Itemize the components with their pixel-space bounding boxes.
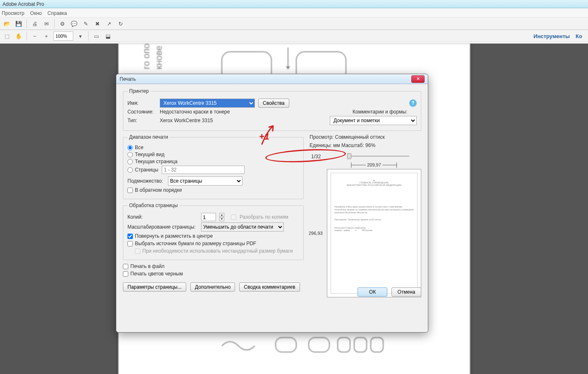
menu-view[interactable]: Просмотр [2,10,24,16]
svg-rect-2 [276,338,296,352]
preview-header: Просмотр: Совмещенный оттиск [310,134,421,140]
scale-select[interactable]: Уменьшить до области печати [201,222,284,232]
zoom-out-icon[interactable]: − [30,31,39,41]
tools-panel[interactable]: Инструменты [533,33,570,39]
print-dialog: Печать ✕ Принтер Имя: Xerox WorkCentre 3… [116,74,428,333]
print-icon[interactable]: 🖨 [30,19,39,28]
preview-page: ▲ГЛАВНОЕ УПРАВЛЕНИЕМИНИСТЕРСТВА РОССИЙСК… [327,169,421,297]
page-counter: 1/32 [311,154,321,159]
comments-panel[interactable]: Ко [576,33,582,39]
range-fieldset: Диапазон печати Все Текущий вид Текущая … [123,134,304,199]
fitwidth-icon[interactable]: ⬓ [103,31,113,41]
preview-units: Единицы: мм Масштаб: 96% [310,142,421,148]
tofile-checkbox[interactable] [123,264,128,269]
state-label: Состояние: [127,109,156,115]
zoom-dropdown-icon[interactable]: ▾ [76,31,85,41]
advanced-button[interactable]: Дополнительно [190,282,235,292]
radio-pages-label: Страницы [135,167,160,173]
range-legend: Диапазон печати [127,134,170,140]
titlebar: Adobe Acrobat Pro [0,0,588,8]
fitpage-icon[interactable]: ▭ [92,31,101,41]
radio-page-label: Текущая страница [135,159,178,164]
handling-fieldset: Обработка страницы Копий: ▲▼ Разобрать п… [123,203,304,260]
delete-icon[interactable]: ✖ [93,19,102,28]
page-setup-button[interactable]: Параметры страницы... [123,282,186,292]
svg-rect-3 [309,338,329,352]
comments-select[interactable]: Документ и пометки [330,116,417,125]
handling-legend: Обработка страницы [127,203,180,208]
help-icon[interactable]: ? [409,99,417,107]
zoom-in-icon[interactable]: + [42,31,51,41]
summary-button[interactable]: Сводка комментариев [239,282,300,292]
customsize-checkbox [135,249,140,254]
pages-input[interactable] [162,166,245,174]
preview-width: 209,97 [367,162,381,167]
toolbar-main: 📂 💾 🖨 ✉ ⚙ 💬 ✎ ✖ ↗ ↻ [0,17,588,30]
comment-icon[interactable]: 💬 [70,19,79,28]
state-value: Недостаточно краски в тонере [160,109,230,115]
toolbar-view: ⬚ ✋ − + ▾ ▭ ⬓ Инструменты Ко [0,30,588,42]
zoom-level[interactable] [53,31,73,41]
source-label: Выбрать источник бумаги по размеру стран… [135,241,256,246]
close-button[interactable]: ✕ [411,75,425,83]
menubar: Просмотр Окно Справка [0,8,588,17]
type-value: Xerox WorkCentre 3315 [160,118,213,123]
export-icon[interactable]: ↗ [104,19,113,28]
collate-label: Разобрать по копиям [240,214,288,220]
svg-rect-5 [354,338,367,352]
cancel-button[interactable]: Отмена [391,287,421,297]
app-title: Adobe Acrobat Pro [2,1,44,7]
page-slider[interactable] [347,152,409,160]
printer-legend: Принтер [127,88,150,94]
type-label: Тип: [127,118,156,123]
copies-spinner[interactable]: ▲▼ [219,213,224,221]
copies-label: Копий: [127,214,198,220]
svg-rect-6 [371,338,383,352]
edit-icon[interactable]: ✎ [81,19,90,28]
save-icon[interactable]: 💾 [14,19,23,28]
radio-view-label: Текущий вид [135,152,164,157]
radio-pages[interactable] [127,167,133,173]
scale-label: Масштабирование страницы: [127,224,198,230]
subset-select[interactable]: Все страницы [168,176,242,186]
center-checkbox[interactable] [127,234,133,239]
comments-label: Комментарии и формы: [353,109,417,115]
center-label: Повернуть и разместить в центре [135,233,213,239]
radio-view[interactable] [127,152,133,157]
customsize-label: При необходимости использовать нестандар… [142,248,293,254]
radio-all-label: Все [135,145,144,150]
properties-button[interactable]: Свойства [258,99,289,108]
radio-all[interactable] [127,145,133,150]
subset-label: Подмножество: [127,178,165,184]
svg-rect-4 [338,338,350,352]
menu-window[interactable]: Окно [30,10,42,16]
hand-icon[interactable]: ✋ [14,31,23,41]
copies-input[interactable] [201,213,216,221]
refresh-icon[interactable]: ↻ [116,19,125,28]
dialog-title: Печать [120,76,136,82]
reverse-label: В обратном порядке [135,187,182,193]
email-icon[interactable]: ✉ [42,19,51,28]
tofile-label: Печать в файл [130,263,165,269]
reverse-checkbox[interactable] [127,188,133,193]
gear-icon[interactable]: ⚙ [58,19,67,28]
printer-fieldset: Принтер Имя: Xerox WorkCentre 3315 Свойс… [123,88,421,131]
open-icon[interactable]: 📂 [2,19,12,28]
dialog-titlebar: Печать ✕ [116,74,428,84]
printer-select[interactable]: Xerox WorkCentre 3315 [160,99,255,108]
source-checkbox[interactable] [127,241,133,246]
preview-height: 296,93 [309,231,323,236]
radio-page[interactable] [127,159,133,164]
black-label: Печать цветов черным [130,271,183,277]
collate-checkbox [231,215,236,220]
select-icon[interactable]: ⬚ [2,31,12,41]
name-label: Имя: [127,100,156,106]
ok-button[interactable]: ОК [358,287,387,297]
black-checkbox[interactable] [123,271,128,277]
preview-pane: Просмотр: Совмещенный оттиск Единицы: мм… [310,134,421,297]
menu-help[interactable]: Справка [48,10,67,16]
